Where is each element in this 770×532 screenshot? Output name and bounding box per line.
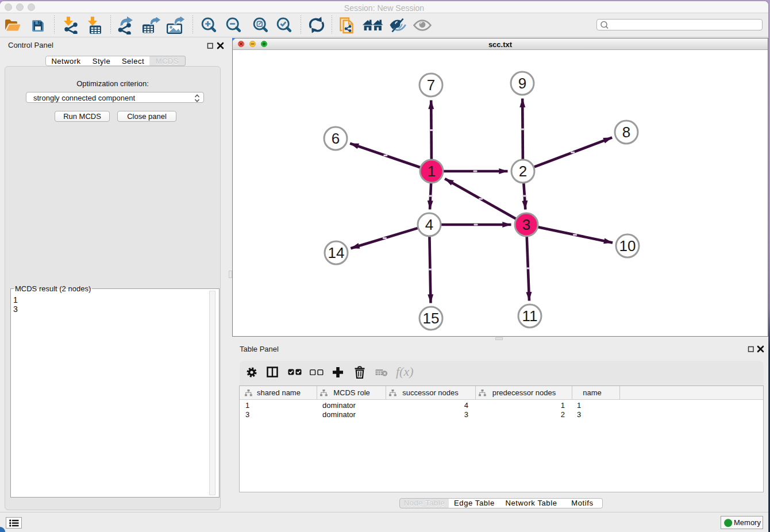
svg-text:15: 15 xyxy=(423,310,440,327)
svg-text:10: 10 xyxy=(619,237,636,255)
svg-text:11: 11 xyxy=(522,307,538,325)
svg-text:1: 1 xyxy=(428,163,436,180)
svg-text:4: 4 xyxy=(425,216,433,233)
svg-text:6: 6 xyxy=(332,130,340,147)
svg-text:14: 14 xyxy=(328,244,345,261)
svg-text:7: 7 xyxy=(427,76,435,94)
svg-text:9: 9 xyxy=(518,75,526,92)
svg-text:3: 3 xyxy=(522,216,530,233)
svg-text:2: 2 xyxy=(519,163,527,180)
svg-text:8: 8 xyxy=(622,124,630,141)
